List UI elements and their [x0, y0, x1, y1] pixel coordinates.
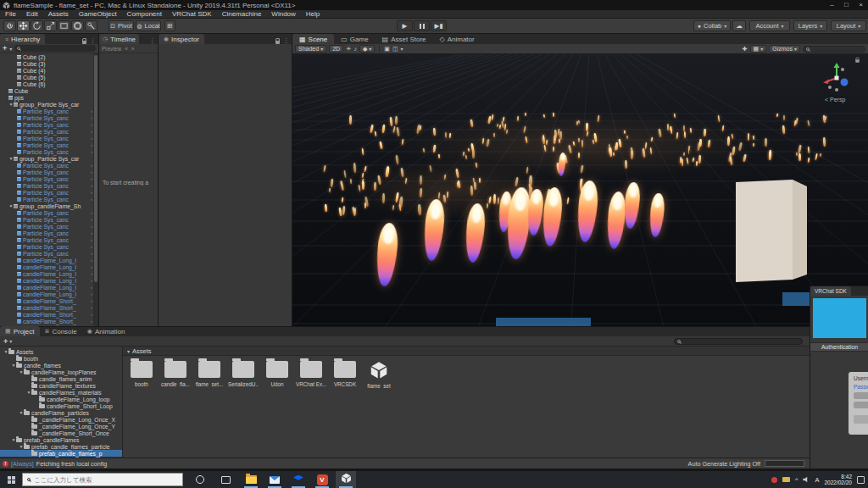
asset-item-flame-set[interactable]: flame_set...	[194, 361, 225, 387]
hierarchy-row[interactable]: candleFlame_Long_l›	[0, 291, 93, 297]
hierarchy-row[interactable]: Particle Sys_canc›	[0, 175, 93, 182]
menu-gameobject[interactable]: GameObject	[74, 10, 122, 19]
hierarchy-scrollbar[interactable]	[93, 53, 98, 326]
hierarchy-row[interactable]: Particle Sys_canc›	[0, 121, 93, 128]
hierarchy-row[interactable]: Cube (6)	[0, 80, 93, 87]
menu-help[interactable]: Help	[301, 10, 325, 19]
hierarchy-row[interactable]: Particle Sys_canc›	[0, 196, 93, 202]
hierarchy-row[interactable]: Particle Sys_canc›	[0, 223, 93, 230]
hierarchy-row[interactable]: candleFlame_Long_l›	[0, 277, 93, 284]
project-tree-row[interactable]: candleFlame_Long_loop	[0, 396, 122, 402]
preview-button[interactable]: Preview	[102, 46, 121, 52]
tab-scene[interactable]: ▦Scene	[292, 34, 334, 44]
grid-dropdown-caret[interactable]: ▾	[401, 46, 403, 52]
hierarchy-row[interactable]: Particle Sys_canc›	[0, 141, 93, 148]
project-tree-row[interactable]: ▼candleFlame_particles	[0, 409, 122, 416]
tab-timeline[interactable]: ◷Timeline	[99, 34, 139, 44]
hierarchy-search-input[interactable]	[14, 45, 96, 52]
tray-folder-icon[interactable]	[782, 477, 790, 482]
hidden-objects-icon[interactable]: ▣	[384, 46, 390, 53]
effects-dropdown[interactable]: ◆▾	[359, 45, 375, 53]
goto-start-icon[interactable]: «	[125, 46, 128, 52]
project-tree-row[interactable]: _candleFlame_Long_Once_Y	[0, 423, 122, 430]
menu-window[interactable]: Window	[266, 10, 300, 19]
hierarchy-row[interactable]: candleFlame_Long_l›	[0, 270, 93, 277]
panel-menu-icon[interactable]: ⋮	[283, 37, 289, 44]
hierarchy-row[interactable]: ▼group_Particle Sys_car	[0, 155, 93, 162]
hierarchy-row[interactable]: Particle Sys_canc›	[0, 236, 93, 243]
asset-item-flame-set[interactable]: flame_set	[364, 361, 394, 389]
menu-cinemachine[interactable]: Cinemachine	[217, 10, 267, 19]
hierarchy-row[interactable]: Particle Sys_canc›	[0, 135, 93, 141]
tab-animation[interactable]: ◉Animation	[82, 326, 131, 336]
rect-tool-button[interactable]	[58, 20, 70, 31]
panel-menu-icon[interactable]: ⋮	[149, 37, 155, 44]
asset-item-serializedu[interactable]: SerializedU...	[228, 361, 259, 387]
hierarchy-row[interactable]: Cube (2)	[0, 53, 93, 60]
red-app-button[interactable]: V	[312, 471, 332, 488]
shading-mode-dropdown[interactable]: Shaded▾	[295, 45, 326, 53]
rotate-tool-button[interactable]	[31, 20, 43, 31]
grid-snap-button[interactable]: ⊞	[164, 20, 175, 31]
move-tool-button[interactable]	[17, 20, 30, 31]
taskbar-clock[interactable]: 8:42 2022/02/20	[824, 474, 852, 485]
project-tree-row[interactable]: candleFlame_textures	[0, 382, 122, 389]
tab-hierarchy[interactable]: ≡Hierarchy	[0, 34, 45, 44]
mail-button[interactable]	[264, 471, 285, 488]
task-view-button[interactable]	[215, 471, 236, 488]
step-button[interactable]: ▶▮	[431, 20, 447, 31]
password-link[interactable]: Passw	[854, 384, 868, 390]
hierarchy-row[interactable]: ▼group_Particle Sys_car	[0, 101, 93, 108]
project-tree-row[interactable]: _candleFlame_Long_Once_X	[0, 416, 122, 423]
account-dropdown[interactable]: Account▾	[749, 20, 790, 31]
hierarchy-row[interactable]: Cube (5)	[0, 74, 93, 80]
hierarchy-row[interactable]: pps	[0, 94, 93, 101]
hierarchy-row[interactable]: candleFlame_Short_›	[0, 297, 93, 304]
local-toggle-button[interactable]: ◍Local	[136, 20, 161, 31]
hierarchy-row[interactable]: Cube	[0, 87, 93, 94]
sign-in-button[interactable]	[854, 415, 868, 424]
hierarchy-row[interactable]: candleFlame_Long_l›	[0, 257, 93, 263]
cortana-button[interactable]	[190, 471, 210, 488]
hierarchy-row[interactable]: Cube (4)	[0, 67, 93, 74]
menu-file[interactable]: File	[0, 10, 21, 19]
taskbar-search-input[interactable]	[34, 476, 161, 484]
project-tree-row[interactable]: ▼Assets	[0, 348, 122, 355]
close-button[interactable]: ×	[854, 0, 868, 10]
asset-item-vrcsdk[interactable]: VRCSDK	[330, 361, 360, 387]
tray-up-caret-icon[interactable]: ^	[795, 476, 798, 484]
taskbar-search[interactable]	[22, 473, 183, 486]
grid-visibility-icon[interactable]: ◫	[392, 46, 398, 53]
hierarchy-row[interactable]: Particle Sys_canc›	[0, 114, 93, 121]
auto-generate-lighting-label[interactable]: Auto Generate Lighting Off	[688, 460, 760, 468]
pivot-toggle-button[interactable]: ⊡Pivot	[108, 20, 134, 31]
hierarchy-row[interactable]: Particle Sys_canc›	[0, 148, 93, 155]
lock-icon[interactable]	[275, 41, 280, 44]
layout-dropdown[interactable]: Layout▾	[831, 20, 866, 31]
custom-tool-button[interactable]	[85, 20, 97, 31]
pause-button[interactable]	[414, 20, 430, 31]
tab-inspector[interactable]: ◉Inspector	[159, 34, 204, 44]
maximize-button[interactable]: □	[839, 0, 854, 10]
speaker-icon[interactable]	[803, 476, 810, 483]
hierarchy-row[interactable]: Particle Sys_canc›	[0, 108, 93, 114]
lock-icon[interactable]	[855, 59, 860, 63]
create-object-caret[interactable]: ▾	[9, 46, 12, 52]
2d-toggle-button[interactable]: 2D	[329, 45, 343, 53]
status-message[interactable]: Fetching fresh local config	[36, 460, 108, 468]
layers-dropdown[interactable]: Layers▾	[793, 20, 827, 31]
orientation-gizmo[interactable]	[818, 59, 855, 97]
hierarchy-row[interactable]: Cube (3)	[0, 60, 93, 67]
project-search-input[interactable]	[674, 338, 803, 345]
tab-project[interactable]: ▦Project	[0, 326, 40, 336]
project-tree-row[interactable]: ▼candleFlames_materials	[0, 389, 122, 396]
tools-icon[interactable]: ✚	[743, 46, 748, 53]
tab-console[interactable]: ≣Console	[40, 326, 82, 336]
hierarchy-row[interactable]: Particle Sys_canc›	[0, 169, 93, 175]
asset-item-vrchat-ex[interactable]: VRChat Ex...	[296, 361, 326, 387]
play-button[interactable]: ▶	[397, 20, 413, 31]
scene-audio-icon[interactable]: ♪	[353, 46, 357, 52]
project-tree-row[interactable]: prefab_candle_flames_p	[0, 450, 122, 457]
menu-assets[interactable]: Assets	[43, 10, 74, 19]
notification-center-icon[interactable]	[857, 476, 865, 484]
